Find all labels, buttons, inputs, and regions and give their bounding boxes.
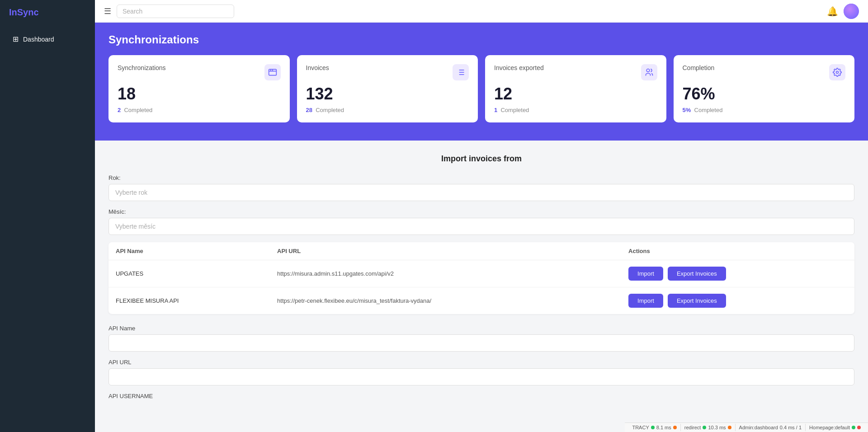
mesic-select[interactable]: Vyberte měsíc — [108, 218, 854, 235]
import-button-0[interactable]: Import — [628, 267, 663, 281]
card-label: Invoices — [306, 64, 329, 71]
sidebar: InSync ⊞ Dashboard — [0, 0, 95, 432]
body-section: Import invoices from Rok: Vyberte rok Mě… — [95, 141, 868, 420]
card-label: Synchronizations — [118, 64, 166, 71]
admin-dashboard-item: Admin:dashboard 0.4 ms / 1 — [736, 424, 806, 431]
card-sub: 28 Completed — [306, 107, 469, 113]
rok-label: Rok: — [108, 174, 854, 181]
mesic-label: Měsíc: — [108, 208, 854, 215]
redirect-ms: 10.3 ms — [708, 425, 726, 430]
app-logo[interactable]: InSync — [0, 0, 95, 25]
rok-form-group: Rok: Vyberte rok — [108, 174, 854, 201]
table-row: FLEXIBEE MISURA API https://petr-cenek.f… — [108, 287, 854, 314]
actions-cell: Import Export Invoices — [621, 287, 854, 314]
list-icon — [453, 64, 469, 80]
col-actions: Actions — [621, 242, 854, 260]
svg-point-11 — [836, 71, 839, 74]
tracy-ms: 8.1 ms — [656, 425, 671, 430]
api-name-cell: UPGATES — [108, 260, 270, 287]
search-input[interactable] — [117, 5, 234, 18]
tracy-label: TRACY — [632, 425, 649, 430]
import-section-title: Import invoices from — [108, 154, 854, 164]
card-header: Completion — [683, 64, 846, 80]
col-api-url: API URL — [270, 242, 621, 260]
svg-point-10 — [646, 69, 650, 72]
api-name-group: API Name — [108, 325, 854, 352]
card-invoices-exported: Invoices exported 12 1 — [485, 55, 666, 122]
tracy-bar-item: TRACY 8.1 ms — [628, 424, 680, 431]
api-url-cell: https://misura.admin.s11.upgates.com/api… — [270, 260, 621, 287]
homepage-green-dot — [852, 426, 855, 429]
mesic-form-group: Měsíc: Vyberte měsíc — [108, 208, 854, 235]
api-username-label: API USERNAME — [108, 393, 854, 399]
banner: Synchronizations Synchronizations — [95, 23, 868, 141]
card-completion: Completion 76% 5% Completed — [674, 55, 855, 122]
card-sub: 1 Completed — [494, 107, 657, 113]
import-button-1[interactable]: Import — [628, 294, 663, 308]
card-value: 12 — [494, 85, 657, 103]
card-invoices: Invoices 132 — [297, 55, 478, 122]
sidebar-item-label: Dashboard — [23, 36, 54, 43]
tracy-green-dot — [651, 426, 655, 429]
export-invoices-button-0[interactable]: Export Invoices — [668, 267, 726, 281]
table-row: UPGATES https://misura.admin.s11.upgates… — [108, 260, 854, 287]
sidebar-nav: ⊞ Dashboard — [0, 25, 95, 53]
card-synchronizations: Synchronizations 18 2 — [108, 55, 290, 122]
redirect-bar-item: redirect 10.3 ms — [681, 424, 736, 431]
avatar-image — [844, 4, 859, 19]
card-header: Invoices — [306, 64, 469, 80]
tracy-orange-dot — [673, 426, 677, 429]
api-url-group: API URL — [108, 359, 854, 385]
menu-toggle-button[interactable]: ☰ — [104, 6, 111, 16]
admin-dashboard-ms: 0.4 ms / 1 — [780, 425, 802, 430]
notifications-bell-icon[interactable]: 🔔 — [827, 6, 838, 17]
card-value: 18 — [118, 85, 281, 103]
col-api-name: API Name — [108, 242, 270, 260]
cards-row: Synchronizations 18 2 — [108, 55, 854, 122]
redirect-green-dot — [703, 426, 706, 429]
card-value: 132 — [306, 85, 469, 103]
card-sub: 5% Completed — [683, 107, 846, 113]
avatar[interactable] — [844, 4, 859, 19]
card-value: 76% — [683, 85, 846, 103]
admin-dashboard-label: Admin:dashboard — [739, 425, 778, 430]
main-area: ☰ 🔔 Synchronizations Synchronizations — [95, 0, 868, 432]
api-table: API Name API URL Actions UPGATES https:/… — [108, 242, 854, 314]
api-url-cell: https://petr-cenek.flexibee.eu/c/misura_… — [270, 287, 621, 314]
sync-icon — [264, 64, 281, 80]
banner-title: Synchronizations — [108, 33, 854, 46]
actions-cell: Import Export Invoices — [621, 260, 854, 287]
api-name-input[interactable] — [108, 334, 854, 352]
card-header: Synchronizations — [118, 64, 281, 80]
homepage-default-label: Homepage:default — [809, 425, 850, 430]
rok-select[interactable]: Vyberte rok — [108, 184, 854, 201]
homepage-default-item: Homepage:default — [806, 424, 864, 431]
dashboard-icon: ⊞ — [13, 35, 19, 43]
api-url-input[interactable] — [108, 368, 854, 385]
content-area: Synchronizations Synchronizations — [95, 23, 868, 432]
header: ☰ 🔔 — [95, 0, 868, 23]
card-label: Completion — [683, 64, 715, 71]
api-name-cell: FLEXIBEE MISURA API — [108, 287, 270, 314]
card-header: Invoices exported — [494, 64, 657, 80]
redirect-label: redirect — [684, 425, 701, 430]
export-invoices-button-1[interactable]: Export Invoices — [668, 294, 726, 308]
api-username-group: API USERNAME — [108, 393, 854, 399]
homepage-red-dot — [857, 426, 861, 429]
redirect-orange-dot — [728, 426, 731, 429]
settings-icon — [829, 64, 845, 80]
users-icon — [641, 64, 657, 80]
api-name-label: API Name — [108, 325, 854, 332]
card-sub: 2 Completed — [118, 107, 281, 113]
card-label: Invoices exported — [494, 64, 544, 71]
bottom-bar: TRACY 8.1 ms redirect 10.3 ms Admin:dash… — [625, 423, 868, 432]
sidebar-item-dashboard[interactable]: ⊞ Dashboard — [4, 30, 91, 48]
api-url-label: API URL — [108, 359, 854, 366]
